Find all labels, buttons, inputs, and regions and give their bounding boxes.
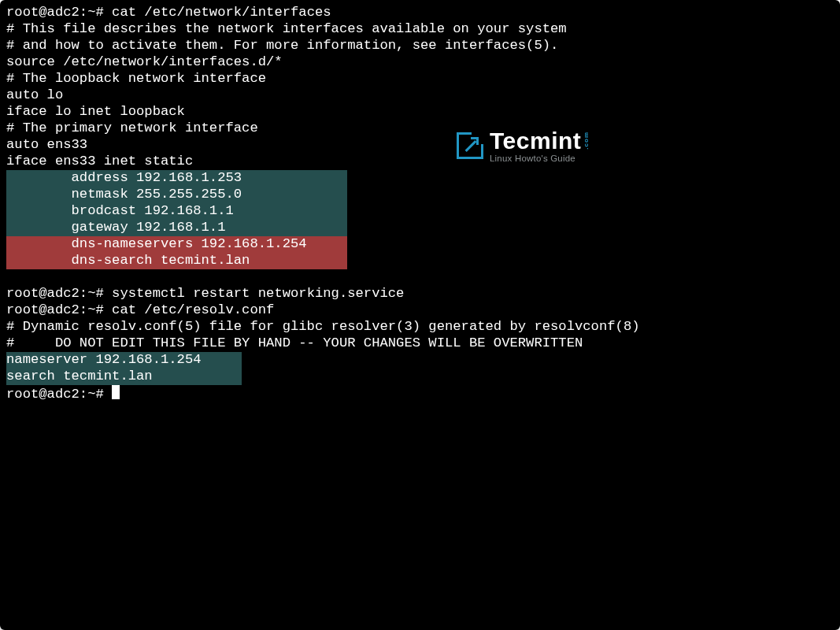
logo-brand-text: Tecmint [490, 129, 581, 153]
cursor [112, 385, 120, 399]
terminal-line: root@adc2:~# cat /etc/resolv.conf [6, 302, 834, 319]
logo-subtitle: Linux Howto's Guide [490, 154, 590, 164]
output-line: # This file describes the network interf… [6, 21, 834, 38]
shell-prompt: root@adc2:~# [6, 286, 112, 301]
logo-mark-icon [457, 132, 483, 159]
shell-prompt: root@adc2:~# [6, 387, 112, 402]
output-line: # Dynamic resolv.conf(5) file for glibc … [6, 319, 834, 335]
shell-prompt: root@adc2:~# [6, 5, 112, 20]
output-line: auto lo [6, 87, 834, 104]
command-text: cat /etc/resolv.conf [112, 302, 274, 317]
command-text: cat /etc/network/interfaces [112, 5, 331, 20]
output-line: iface ens33 inet static [6, 154, 834, 170]
terminal-line: root@adc2:~# [6, 385, 834, 403]
command-text: systemctl restart networking.service [112, 286, 404, 301]
output-line: auto ens33 [6, 137, 834, 154]
blank-line [6, 269, 834, 286]
logo-domain-text: .com [583, 132, 590, 150]
highlighted-dns-line: dns-nameservers 192.168.1.254 [6, 236, 347, 253]
shell-prompt: root@adc2:~# [6, 302, 112, 317]
output-line: # DO NOT EDIT THIS FILE BY HAND -- YOUR … [6, 335, 834, 352]
terminal-line: root@adc2:~# cat /etc/network/interfaces [6, 5, 834, 21]
tecmint-logo: Tecmint .com Linux Howto's Guide [457, 129, 590, 164]
highlighted-dns-line: dns-search tecmint.lan [6, 253, 347, 269]
highlighted-config-line: gateway 192.168.1.1 [6, 220, 347, 236]
output-line: iface lo inet loopback [6, 104, 834, 120]
highlighted-config-line: address 192.168.1.253 [6, 170, 347, 187]
output-line: source /etc/network/interfaces.d/* [6, 54, 834, 71]
output-line: # The loopback network interface [6, 71, 834, 87]
highlighted-resolv-line: nameserver 192.168.1.254 [6, 352, 242, 369]
highlighted-config-line: netmask 255.255.255.0 [6, 187, 347, 203]
terminal-line: root@adc2:~# systemctl restart networkin… [6, 286, 834, 302]
output-line: # The primary network interface [6, 120, 834, 137]
highlighted-config-line: brodcast 192.168.1.1 [6, 203, 347, 220]
highlighted-resolv-line: search tecmint.lan [6, 369, 242, 385]
terminal-window[interactable]: root@adc2:~# cat /etc/network/interfaces… [0, 0, 840, 630]
output-line: # and how to activate them. For more inf… [6, 38, 834, 54]
